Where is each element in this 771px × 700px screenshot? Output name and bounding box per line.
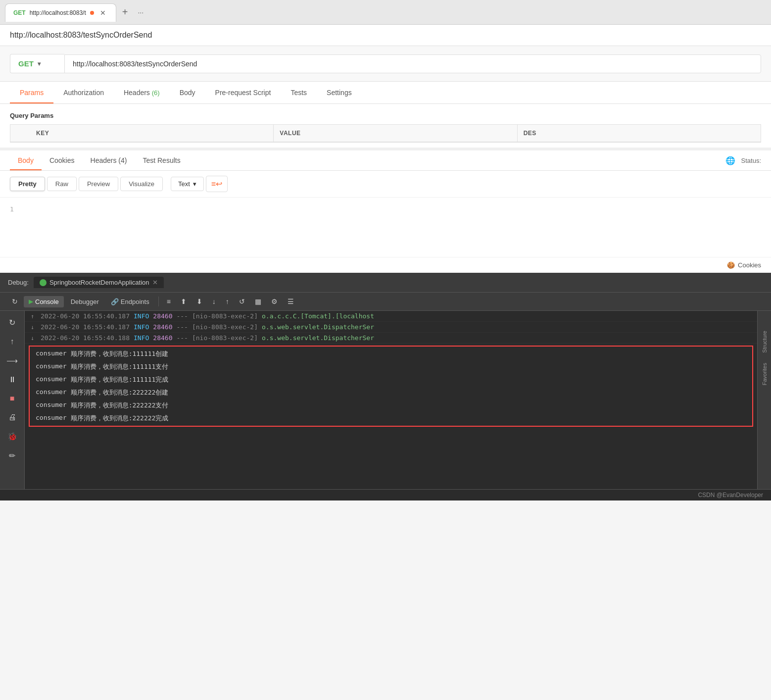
- csdn-watermark: CSDN @EvanDeveloper: [698, 492, 763, 499]
- browser-tab[interactable]: GET http://localhost:8083/t ✕: [5, 3, 116, 22]
- params-key-header: KEY: [30, 125, 274, 142]
- sidebar-pause-icon[interactable]: ⏸: [5, 372, 19, 387]
- consumer-log-line: consumer 顺序消费，收到消息:111111支付: [30, 360, 752, 373]
- clear-button[interactable]: ↓: [208, 296, 220, 307]
- log-class: o.s.web.servlet.DispatcherSer: [262, 323, 374, 331]
- response-tabs-row: Body Cookies Headers (4) Test Results 🌐 …: [0, 150, 771, 171]
- globe-icon: 🌐: [725, 156, 735, 165]
- log-pid: 28460: [153, 334, 172, 342]
- response-tab-headers[interactable]: Headers (4): [83, 150, 135, 170]
- response-body-label: Body: [18, 156, 34, 164]
- word-wrap-button[interactable]: ≡↩: [206, 176, 228, 192]
- tab-tests[interactable]: Tests: [281, 82, 317, 103]
- sidebar-refresh-icon[interactable]: ↻: [6, 315, 18, 330]
- debug-debugger-tab[interactable]: Debugger: [66, 296, 104, 307]
- tab-settings[interactable]: Settings: [317, 82, 362, 103]
- toolbar-divider: [158, 297, 159, 306]
- consumer-message: 顺序消费，收到消息:222222创建: [71, 388, 169, 397]
- consumer-label: consumer: [36, 362, 67, 371]
- request-tabs-row: Params Authorization Headers (6) Body Pr…: [0, 82, 771, 104]
- text-type-dropdown[interactable]: Text ▾: [171, 177, 204, 191]
- consumer-message: 顺序消费，收到消息:222222支付: [71, 401, 169, 410]
- format-preview-button[interactable]: Preview: [79, 177, 118, 191]
- sidebar-search-icon[interactable]: ✏: [6, 448, 18, 463]
- line-number-1: 1: [10, 205, 14, 213]
- tab-tests-label: Tests: [290, 89, 307, 97]
- debug-toolbar: ↻ ▶ Console Debugger 🔗 Endpoints ≡ ⬆ ⬇ ↓…: [0, 293, 771, 311]
- method-label: GET: [18, 59, 34, 68]
- method-dropdown[interactable]: GET ▾: [10, 54, 64, 73]
- log-separator: ---: [176, 334, 188, 342]
- debug-console-tab[interactable]: ▶ Console: [24, 296, 64, 307]
- console-label: Console: [35, 298, 59, 305]
- log-pid: 28460: [153, 323, 172, 331]
- format-pretty-button[interactable]: Pretty: [10, 177, 45, 191]
- favorites-label[interactable]: Favorites: [762, 363, 768, 385]
- log-line: ↓ 2022-06-20 16:55:40.188 INFO 28460 ---…: [25, 333, 757, 344]
- log-level-badge: INFO: [134, 312, 149, 320]
- app-icon: [40, 279, 47, 286]
- params-check-col: [10, 125, 30, 142]
- response-section: Body Cookies Headers (4) Test Results 🌐 …: [0, 148, 771, 273]
- log-thread: [nio-8083-exec-2]: [192, 334, 258, 342]
- tab-headers[interactable]: Headers (6): [114, 82, 170, 103]
- response-tab-testresults[interactable]: Test Results: [135, 150, 188, 170]
- sidebar-bug-icon[interactable]: 🐞: [4, 429, 20, 444]
- move-up-button[interactable]: ↑: [222, 296, 233, 307]
- lines-button[interactable]: ☰: [284, 296, 298, 307]
- layout-button[interactable]: ▦: [251, 296, 265, 307]
- debug-app-close-icon[interactable]: ✕: [152, 279, 158, 286]
- sidebar-step-over-icon[interactable]: ⟶: [3, 353, 21, 368]
- query-params-section: Query Params KEY VALUE DES: [0, 104, 771, 143]
- response-tab-body[interactable]: Body: [10, 150, 42, 170]
- debug-rerun-button[interactable]: ↻: [8, 296, 22, 307]
- tab-headers-badge: (6): [152, 89, 160, 97]
- more-tabs-button[interactable]: ···: [134, 6, 147, 18]
- format-visualize-button[interactable]: Visualize: [120, 177, 163, 191]
- filter-icon-button[interactable]: ≡: [163, 296, 175, 307]
- log-timestamp: 2022-06-20 16:55:40.187: [41, 312, 130, 320]
- tab-params[interactable]: Params: [10, 82, 53, 103]
- scroll-up-button[interactable]: ⬆: [177, 296, 191, 307]
- params-value-header: VALUE: [274, 125, 517, 142]
- tab-url: http://localhost:8083/t: [30, 9, 86, 16]
- endpoints-label: Endpoints: [121, 298, 149, 305]
- history-button[interactable]: ↺: [235, 296, 249, 307]
- sidebar-stop-icon[interactable]: ■: [7, 391, 18, 406]
- log-lines: ↑ 2022-06-20 16:55:40.187 INFO 28460 ---…: [25, 311, 757, 427]
- log-arrow-icon: ↓: [31, 324, 37, 331]
- consumer-log-line: consumer 顺序消费，收到消息:111111创建: [30, 348, 752, 360]
- format-raw-button[interactable]: Raw: [47, 177, 77, 191]
- code-content: [24, 205, 761, 249]
- consumer-log-line: consumer 顺序消费，收到消息:222222完成: [30, 412, 752, 425]
- new-tab-button[interactable]: +: [116, 4, 134, 20]
- debugger-label: Debugger: [71, 298, 99, 305]
- scroll-down-button[interactable]: ⬇: [193, 296, 206, 307]
- consumer-log-line: consumer 顺序消费，收到消息:222222支付: [30, 399, 752, 412]
- settings-icon-button[interactable]: ⚙: [267, 296, 282, 307]
- sidebar-up-icon[interactable]: ↑: [7, 334, 17, 349]
- endpoints-icon: 🔗: [111, 298, 119, 305]
- tab-prerequest[interactable]: Pre-request Script: [205, 82, 281, 103]
- sidebar-print-icon[interactable]: 🖨: [5, 410, 19, 425]
- tab-authorization-label: Authorization: [63, 89, 104, 97]
- tab-close-icon[interactable]: ✕: [98, 8, 108, 18]
- tab-headers-label: Headers: [124, 89, 152, 97]
- chevron-down-icon: ▾: [193, 180, 196, 188]
- log-level-badge: INFO: [134, 334, 149, 342]
- line-numbers: 1: [10, 205, 24, 249]
- address-url[interactable]: http://localhost:8083/testSyncOrderSend: [10, 31, 152, 39]
- debug-app-tab[interactable]: SpringbootRocketDemoApplication ✕: [34, 277, 164, 288]
- response-tab-cookies[interactable]: Cookies: [42, 150, 83, 170]
- consumer-label: consumer: [36, 414, 67, 423]
- structure-label[interactable]: Structure: [762, 331, 768, 353]
- browser-tab-bar: GET http://localhost:8083/t ✕ + ···: [0, 0, 771, 25]
- tab-authorization[interactable]: Authorization: [53, 82, 114, 103]
- tab-body[interactable]: Body: [170, 82, 205, 103]
- debug-endpoints-tab[interactable]: 🔗 Endpoints: [106, 296, 154, 307]
- consumer-message: 顺序消费，收到消息:111111支付: [71, 362, 169, 371]
- log-arrow-icon: ↓: [31, 335, 37, 342]
- debug-app-label: SpringbootRocketDemoApplication: [49, 279, 149, 286]
- response-status-bar: 🌐 Status:: [725, 156, 761, 165]
- url-input[interactable]: [64, 54, 761, 73]
